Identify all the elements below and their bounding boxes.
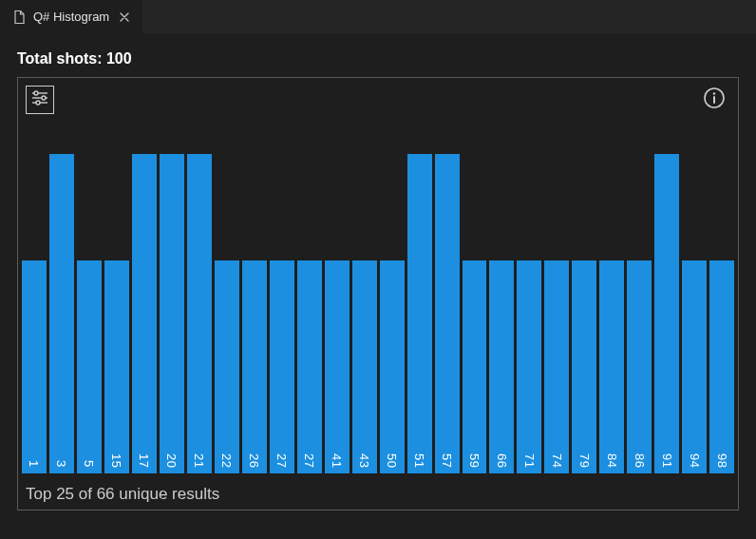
histogram-bar[interactable]: 50 <box>380 260 405 473</box>
tab-bar: Q# Histogram <box>0 0 756 33</box>
svg-point-7 <box>713 92 715 94</box>
histogram-bar[interactable]: 94 <box>682 260 707 473</box>
histogram-bar-label: 22 <box>219 453 234 473</box>
settings-button[interactable] <box>26 86 54 114</box>
histogram-bar-label: 27 <box>274 453 289 473</box>
svg-rect-8 <box>713 96 715 104</box>
histogram-bar[interactable]: 91 <box>654 154 679 473</box>
histogram-bar[interactable]: 1 <box>22 260 47 473</box>
histogram-bar-label: 51 <box>412 453 426 473</box>
histogram-bar[interactable]: 20 <box>160 154 184 473</box>
histogram-bar[interactable]: 66 <box>489 260 514 473</box>
histogram-bar-label: 17 <box>137 453 151 473</box>
histogram-bar-label: 94 <box>688 453 702 473</box>
histogram-bar[interactable]: 5 <box>77 260 102 473</box>
histogram-bar-label: 50 <box>385 453 399 473</box>
file-icon <box>11 10 27 25</box>
histogram-bar[interactable]: 15 <box>104 260 129 473</box>
histogram-bar-label: 98 <box>715 453 729 473</box>
histogram-bar-label: 3 <box>54 460 68 473</box>
histogram-bar-label: 21 <box>192 453 206 473</box>
histogram-bar[interactable]: 26 <box>242 260 267 473</box>
histogram-bar-label: 5 <box>82 460 96 473</box>
histogram-bars: 1351517202122262727414350515759667174798… <box>22 154 734 473</box>
histogram-bar-label: 91 <box>660 453 674 473</box>
histogram-panel: 1351517202122262727414350515759667174798… <box>17 77 739 510</box>
histogram-bar-label: 86 <box>633 453 647 473</box>
histogram-bar-label: 66 <box>495 453 509 473</box>
histogram-bar[interactable]: 86 <box>627 260 652 473</box>
total-shots-label: Total shots: 100 <box>17 50 739 67</box>
histogram-bar-label: 43 <box>357 453 371 473</box>
histogram-bar[interactable]: 21 <box>187 154 212 473</box>
histogram-bar[interactable]: 98 <box>709 260 734 473</box>
svg-point-3 <box>34 91 38 95</box>
histogram-bar[interactable]: 79 <box>572 260 596 473</box>
info-icon <box>703 87 726 113</box>
histogram-bar[interactable]: 27 <box>297 260 322 473</box>
chart-caption: Top 25 of 66 unique results <box>26 485 219 504</box>
close-icon[interactable] <box>116 9 133 26</box>
histogram-bar-label: 84 <box>605 453 619 473</box>
histogram-bar[interactable]: 51 <box>407 154 432 473</box>
svg-point-5 <box>36 101 40 105</box>
histogram-bar-label: 57 <box>440 453 454 473</box>
histogram-bar-label: 59 <box>467 453 482 473</box>
histogram-bar[interactable]: 71 <box>517 260 541 473</box>
histogram-bar-label: 41 <box>330 453 344 473</box>
histogram-bar[interactable]: 27 <box>270 260 294 473</box>
histogram-bar-label: 27 <box>302 453 316 473</box>
histogram-bar[interactable]: 57 <box>435 154 460 473</box>
histogram-bar-label: 74 <box>550 453 564 473</box>
histogram-bar[interactable]: 17 <box>132 154 157 473</box>
histogram-bar-label: 20 <box>164 453 179 473</box>
histogram-bar-label: 26 <box>247 453 261 473</box>
content-area: Total shots: 100 <box>0 33 756 510</box>
svg-point-4 <box>42 96 46 100</box>
histogram-bar-label: 1 <box>27 460 41 473</box>
histogram-bar[interactable]: 3 <box>49 154 74 473</box>
histogram-bar-label: 71 <box>522 453 537 473</box>
histogram-bar[interactable]: 59 <box>463 260 487 473</box>
histogram-bar-label: 15 <box>109 453 123 473</box>
histogram-bar[interactable]: 74 <box>544 260 569 473</box>
tab-qsharp-histogram[interactable]: Q# Histogram <box>0 0 143 33</box>
histogram-bar[interactable]: 22 <box>215 260 239 473</box>
histogram-bar-label: 79 <box>577 453 592 473</box>
info-button[interactable] <box>702 87 727 112</box>
histogram-bar[interactable]: 43 <box>352 260 377 473</box>
sliders-icon <box>30 88 49 111</box>
tab-title: Q# Histogram <box>33 10 109 24</box>
histogram-bar[interactable]: 84 <box>599 260 624 473</box>
histogram-bar[interactable]: 41 <box>325 260 350 473</box>
